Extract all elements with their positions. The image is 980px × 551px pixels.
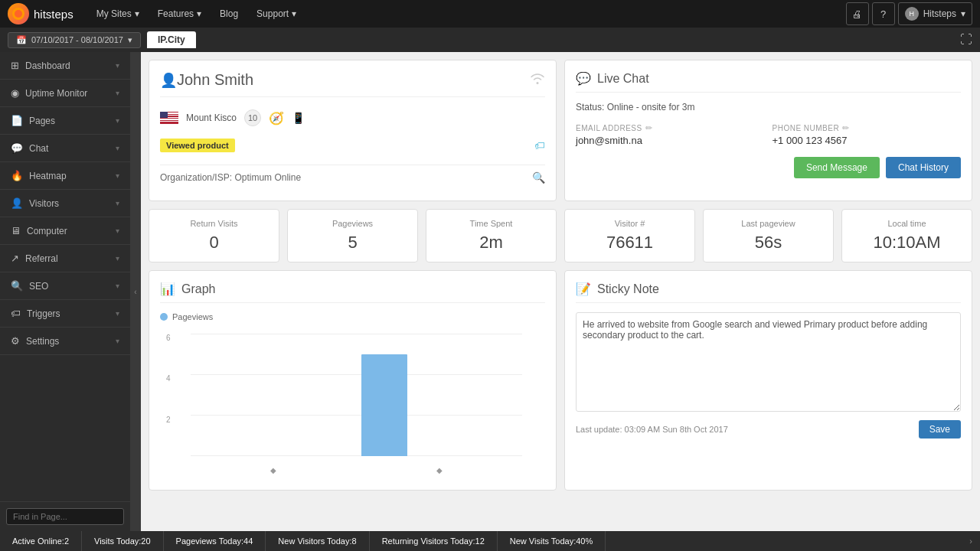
save-button[interactable]: Save xyxy=(919,420,961,439)
sticky-footer: Last update: 03:09 AM Sun 8th Oct 2017 S… xyxy=(576,420,961,439)
date-bar: 📅 07/10/2017 - 08/10/2017 ▾ IP.City ⛶ xyxy=(0,28,980,52)
sidebar-item-heatmap[interactable]: 🔥 Heatmap ▾ xyxy=(0,162,130,190)
date-range-picker[interactable]: 📅 07/10/2017 - 08/10/2017 ▾ xyxy=(8,32,141,48)
sidebar-item-label: Dashboard xyxy=(25,60,70,71)
stat-pageviews: Pageviews 5 xyxy=(287,209,418,262)
help-button[interactable]: ? xyxy=(872,2,895,25)
pageviews-today-stat: Pageviews Today: 44 xyxy=(164,531,266,551)
x-axis: ◆ ◆ xyxy=(191,466,522,474)
sidebar-item-triggers[interactable]: 🏷 Triggers ▾ xyxy=(0,300,130,328)
settings-icon: ⚙ xyxy=(11,335,20,347)
contact-info: EMAIL ADDRESS ✏ john@smith.na PHONE NUMB… xyxy=(576,123,961,146)
sidebar-item-label: Pages xyxy=(29,116,55,126)
phone-value: +1 000 123 4567 xyxy=(773,135,962,146)
y-axis: 6 4 2 xyxy=(166,334,171,456)
edit-email-icon[interactable]: ✏ xyxy=(645,123,653,133)
sidebar-item-settings[interactable]: ⚙ Settings ▾ xyxy=(0,328,130,355)
new-visitors-value: 8 xyxy=(352,536,357,546)
bottom-arrow-button[interactable]: › xyxy=(962,536,980,546)
new-visits-value: 40% xyxy=(576,536,593,546)
returning-visitors-label: Returning Visitors Today: xyxy=(382,536,475,546)
chat-history-button[interactable]: Chat History xyxy=(886,157,961,178)
send-message-button[interactable]: Send Message xyxy=(794,157,880,178)
logo[interactable]: hitsteps xyxy=(8,3,74,24)
referral-icon: ↗ xyxy=(11,253,19,264)
sidebar: ⊞ Dashboard ▾ ◉ Uptime Monitor ▾ 📄 Pages… xyxy=(0,52,130,531)
stat-value: 56s xyxy=(710,233,827,253)
livechat-icon: 💬 xyxy=(576,71,591,86)
print-button[interactable]: 🖨 xyxy=(846,2,869,25)
find-in-page-input[interactable] xyxy=(6,508,124,525)
dashboard-icon: ⊞ xyxy=(11,60,19,71)
nav-support[interactable]: Support ▾ xyxy=(249,0,304,28)
sidebar-item-referral[interactable]: ↗ Referral ▾ xyxy=(0,245,130,272)
row-visitor-chat: 👤 John Smith xyxy=(149,60,972,201)
edit-phone-icon[interactable]: ✏ xyxy=(842,123,850,133)
visitors-icon: 👤 xyxy=(11,197,23,209)
user-menu[interactable]: H Hitsteps ▾ xyxy=(898,2,972,25)
top-navigation: hitsteps My Sites ▾ Features ▾ Blog Supp… xyxy=(0,0,980,28)
sidebar-item-label: Heatmap xyxy=(29,171,67,181)
sidebar-item-visitors[interactable]: 👤 Visitors ▾ xyxy=(0,190,130,217)
computer-icon: 🖥 xyxy=(11,225,21,236)
sidebar-item-chat[interactable]: 💬 Chat ▾ xyxy=(0,135,130,162)
sidebar-item-label: Triggers xyxy=(27,308,60,319)
stat-label: Visitor # xyxy=(571,219,688,228)
legend-dot xyxy=(160,313,168,321)
sidebar-toggle[interactable]: ‹ xyxy=(130,52,141,531)
nav-features[interactable]: Features ▾ xyxy=(150,0,209,28)
sidebar-item-label: Computer xyxy=(27,226,67,236)
sidebar-item-label: SEO xyxy=(29,281,48,292)
expand-button[interactable]: ⛶ xyxy=(960,33,972,47)
graph-legend: Pageviews xyxy=(160,312,545,321)
triggers-icon: 🏷 xyxy=(11,308,21,319)
visits-today-value: 20 xyxy=(141,536,150,546)
sidebar-item-dashboard[interactable]: ⊞ Dashboard ▾ xyxy=(0,52,130,80)
seo-icon: 🔍 xyxy=(11,280,23,292)
livechat-title: Live Chat xyxy=(597,72,649,86)
new-visitors-stat: New Visitors Today: 8 xyxy=(266,531,369,551)
org-isp: Organization/ISP: Optimum Online xyxy=(160,172,301,183)
stat-value: 5 xyxy=(294,233,411,253)
stat-visitor-num: Visitor # 76611 xyxy=(564,209,695,262)
bar-4 xyxy=(361,354,407,456)
sidebar-item-seo[interactable]: 🔍 SEO ▾ xyxy=(0,272,130,300)
stat-label: Local time xyxy=(848,219,965,228)
sidebar-item-computer[interactable]: 🖥 Computer ▾ xyxy=(0,217,130,245)
search-org-button[interactable]: 🔍 xyxy=(532,171,545,184)
sidebar-item-uptime[interactable]: ◉ Uptime Monitor ▾ xyxy=(0,80,130,107)
sidebar-item-label: Settings xyxy=(26,336,59,347)
bottom-bar: Active Online: 2 Visits Today: 20 Pagevi… xyxy=(0,531,980,551)
graph-container: 6 4 2 xyxy=(160,326,545,479)
stat-value: 2m xyxy=(433,233,550,253)
stat-last-pageview: Last pageview 56s xyxy=(703,209,834,262)
uptime-icon: ◉ xyxy=(11,87,19,99)
graph-title: Graph xyxy=(181,282,215,296)
stat-value: 76611 xyxy=(571,233,688,253)
sidebar-item-label: Referral xyxy=(25,253,58,264)
sticky-note-title: Sticky Note xyxy=(597,282,659,296)
sidebar-item-pages[interactable]: 📄 Pages ▾ xyxy=(0,107,130,135)
viewed-product-tag: Viewed product xyxy=(160,139,235,152)
sticky-note-icon: 📝 xyxy=(576,282,591,296)
nav-blog[interactable]: Blog xyxy=(212,0,246,28)
nav-mysites[interactable]: My Sites ▾ xyxy=(89,0,147,28)
stat-label: Return Visits xyxy=(155,219,273,228)
stat-local-time: Local time 10:10AM xyxy=(841,209,972,262)
sidebar-find xyxy=(0,501,130,531)
returning-visitors-value: 12 xyxy=(475,536,485,546)
active-online-value: 2 xyxy=(64,536,69,546)
visitor-city: Mount Kisco xyxy=(186,112,237,123)
chat-icon: 💬 xyxy=(11,142,23,154)
stat-label: Pageviews xyxy=(294,219,411,228)
sticky-last-update: Last update: 03:09 AM Sun 8th Oct 2017 xyxy=(576,425,728,434)
ipcity-tab[interactable]: IP.City xyxy=(147,31,196,48)
compass-icon: 🧭 xyxy=(269,111,284,126)
stat-return-visits: Return Visits 0 xyxy=(149,209,279,262)
pageviews-today-value: 44 xyxy=(243,536,253,546)
visitor-person-icon: 👤 xyxy=(160,72,177,89)
logo-icon xyxy=(8,3,29,24)
sticky-note-textarea[interactable]: He arrived to website from Google search… xyxy=(576,312,961,412)
sticky-note-card: 📝 Sticky Note He arrived to website from… xyxy=(564,270,972,491)
avatar: H xyxy=(905,7,919,21)
